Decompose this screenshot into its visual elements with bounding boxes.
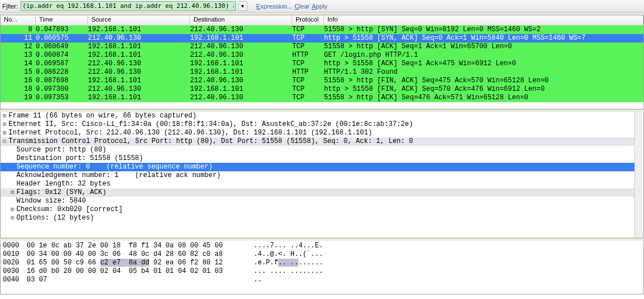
tree-row[interactable]: Sequence number: 0 (relative sequence nu… [1, 163, 643, 171]
packet-row[interactable]: 80.047893192.168.1.101212.40.96.130TCP51… [1, 26, 643, 34]
tree-expand-icon[interactable]: ⊞ [1, 120, 9, 129]
tree-row[interactable]: ⊟ Transmission Control Protocol, Src Por… [1, 137, 643, 146]
col-protocol[interactable]: Protocol [292, 15, 324, 25]
tree-row[interactable]: Acknowledgement number: 1 (relative ack … [1, 171, 643, 180]
col-destination[interactable]: Destination [190, 15, 292, 25]
tree-row[interactable]: Destination port: 51558 (51558) [1, 154, 643, 163]
tree-row[interactable]: Window size: 5840 [1, 197, 643, 205]
tree-row[interactable]: ⊞ Internet Protocol, Src: 212.40.96.130 … [1, 129, 643, 137]
clear-link[interactable]: Clear [294, 3, 309, 10]
tree-row[interactable]: Header length: 32 bytes [1, 180, 643, 188]
col-no[interactable]: No. . [1, 15, 36, 25]
tree-row[interactable]: ⊞ Checksum: 0xb020 [correct] [1, 205, 643, 214]
hex-line[interactable]: 002001 65 00 50 c9 66 c2 e7 8a dd 92 ea … [3, 259, 641, 267]
tree-expand-icon[interactable]: ⊞ [1, 112, 9, 120]
filter-input[interactable] [20, 1, 236, 11]
packet-row[interactable]: 110.060575212.40.96.130192.168.1.101TCPh… [1, 34, 643, 43]
tree-expand-icon[interactable]: ⊟ [1, 137, 9, 146]
packet-row[interactable]: 180.097300212.40.96.130192.168.1.101TCPh… [1, 85, 643, 94]
packet-row[interactable]: 190.097353192.168.1.101212.40.96.130TCP5… [1, 94, 643, 102]
apply-link[interactable]: Apply [312, 3, 327, 10]
scrollbar[interactable] [634, 112, 643, 238]
filter-toolbar: Filter: ▾ Expression... Clear Apply [0, 0, 644, 12]
tree-row[interactable]: ⊞ Flags: 0x12 (SYN, ACK) [1, 188, 643, 197]
hex-line[interactable]: 001000 34 00 00 40 00 3c 06 48 0c d4 28 … [3, 250, 641, 259]
filter-dropdown-button[interactable]: ▾ [238, 1, 247, 11]
tree-expand-icon[interactable]: ⊞ [9, 214, 16, 222]
col-time[interactable]: Time [36, 15, 88, 25]
packet-list-pane[interactable]: No. . Time Source Destination Protocol I… [0, 15, 644, 110]
tree-row[interactable]: ⊞ Ethernet II, Src: Cisco-Li_f1:34:0a (0… [1, 120, 643, 129]
packet-header-row[interactable]: No. . Time Source Destination Protocol I… [1, 15, 643, 26]
filter-label: Filter: [2, 3, 18, 10]
tree-expand-icon[interactable]: ⊞ [1, 129, 9, 137]
packet-bytes-pane[interactable]: 000000 1e 8c ab 37 2e 00 18 f8 f1 34 0a … [0, 241, 644, 294]
col-source[interactable]: Source [88, 15, 190, 25]
tree-expand-icon[interactable]: ⊞ [9, 188, 16, 197]
hex-line[interactable]: 000000 1e 8c ab 37 2e 00 18 f8 f1 34 0a … [3, 242, 641, 250]
packet-row[interactable]: 140.069587212.40.96.130192.168.1.101TCPh… [1, 60, 643, 68]
packet-details-pane[interactable]: ⊞ Frame 11 (66 bytes on wire, 66 bytes c… [0, 112, 644, 238]
tree-row[interactable]: ⊞ Options: (12 bytes) [1, 214, 643, 222]
tree-expand-icon[interactable]: ⊞ [9, 205, 16, 214]
col-info[interactable]: Info [324, 15, 643, 25]
packet-row[interactable]: 160.087698192.168.1.101212.40.96.130TCP5… [1, 77, 643, 85]
tree-row[interactable]: ⊞ Frame 11 (66 bytes on wire, 66 bytes c… [1, 112, 643, 120]
hex-line[interactable]: 003016 d0 b0 20 00 00 02 04 05 b4 01 01 … [3, 267, 641, 276]
expression-link[interactable]: Expression... [256, 3, 293, 10]
packet-row[interactable]: 120.060649192.168.1.101212.40.96.130TCP5… [1, 43, 643, 51]
packet-row[interactable]: 130.060874192.168.1.101212.40.96.130HTTP… [1, 51, 643, 60]
tree-row[interactable]: Source port: http (80) [1, 146, 643, 154]
packet-row[interactable]: 150.086228212.40.96.130192.168.1.101HTTP… [1, 68, 643, 77]
hex-line[interactable]: 004003 07.. [3, 276, 641, 284]
